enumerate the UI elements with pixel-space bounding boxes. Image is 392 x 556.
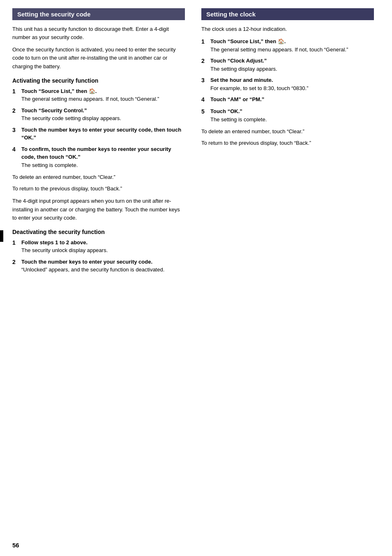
left-intro-1: This unit has a security function to dis…	[12, 25, 185, 42]
deactivating-title: Deactivating the security function	[12, 229, 185, 235]
left-section-header: Setting the security code	[12, 8, 185, 20]
step-3-title: Touch the number keys to enter your secu…	[21, 127, 181, 141]
clock-step-2-content: Touch “Clock Adjust.” The setting displa…	[210, 57, 374, 73]
deact-step-2-num: 2	[12, 258, 21, 274]
note-clear: To delete an entered number, touch “Clea…	[12, 173, 185, 181]
right-note-back: To return to the previous display, touch…	[201, 139, 374, 147]
clock-steps: 1 Touch “Source List,” then 🏠. The gener…	[201, 37, 374, 123]
clock-step-1-content: Touch “Source List,” then 🏠. The general…	[210, 37, 374, 53]
page: Setting the security code This unit has …	[0, 0, 392, 556]
step-2-title: Touch “Security Control.”	[21, 107, 87, 114]
deact-step-2-desc: “Unlocked” appears, and the security fun…	[21, 266, 185, 274]
deact-step-2-title: Touch the number keys to enter your secu…	[21, 259, 152, 265]
page-number: 56	[12, 542, 19, 549]
note-back: To return to the previous display, touch…	[12, 185, 185, 193]
clock-step-5-desc: The setting is complete.	[210, 116, 374, 124]
step-1-content: Touch “Source List,” then 🏠. The general…	[21, 87, 185, 103]
clock-step-1: 1 Touch “Source List,” then 🏠. The gener…	[201, 37, 374, 53]
col-right: Setting the clock The clock uses a 12-ho…	[193, 8, 374, 540]
step-1: 1 Touch “Source List,” then 🏠. The gener…	[12, 87, 185, 103]
deact-step-1-content: Follow steps 1 to 2 above. The security …	[21, 239, 185, 255]
deactivating-steps: 1 Follow steps 1 to 2 above. The securit…	[12, 239, 185, 274]
deact-step-2-content: Touch the number keys to enter your secu…	[21, 258, 185, 274]
deact-step-2: 2 Touch the number keys to enter your se…	[12, 258, 185, 274]
clock-step-5-content: Touch “OK.” The setting is complete.	[210, 107, 374, 123]
clock-step-3: 3 Set the hour and minute. For example, …	[201, 76, 374, 92]
step-3-content: Touch the number keys to enter your secu…	[21, 126, 185, 142]
clock-step-2: 2 Touch “Clock Adjust.” The setting disp…	[201, 57, 374, 73]
clock-step-4: 4 Touch “AM” or “PM.”	[201, 95, 374, 104]
clock-step-1-num: 1	[201, 37, 210, 53]
col-left: Setting the security code This unit has …	[12, 8, 193, 540]
clock-step-4-title: Touch “AM” or “PM.”	[210, 96, 264, 102]
clock-step-3-num: 3	[201, 76, 210, 92]
black-bar	[0, 230, 3, 242]
step-2-content: Touch “Security Control.” The security c…	[21, 107, 185, 123]
clock-step-4-num: 4	[201, 95, 210, 104]
clock-step-2-desc: The setting display appears.	[210, 65, 374, 73]
step-1-num: 1	[12, 87, 21, 103]
step-2-num: 2	[12, 107, 21, 123]
step-4-title: To confirm, touch the number keys to ree…	[21, 146, 171, 160]
step-4-num: 4	[12, 145, 21, 169]
right-section-header: Setting the clock	[201, 8, 374, 20]
deact-step-1-num: 1	[12, 239, 21, 255]
deact-step-1-title: Follow steps 1 to 2 above.	[21, 239, 88, 246]
clock-step-5-title: Touch “OK.”	[210, 108, 242, 114]
right-intro: The clock uses a 12-hour indication.	[201, 25, 374, 33]
step-1-title: Touch “Source List,” then 🏠.	[21, 88, 97, 94]
deact-step-1: 1 Follow steps 1 to 2 above. The securit…	[12, 239, 185, 255]
extra-note: The 4-digit input prompt appears when yo…	[12, 197, 185, 222]
step-4-content: To confirm, touch the number keys to ree…	[21, 145, 185, 169]
clock-step-3-desc: For example, to set to 8:30, touch “0830…	[210, 84, 374, 93]
clock-step-1-title: Touch “Source List,” then 🏠.	[210, 38, 286, 44]
step-3-num: 3	[12, 126, 21, 142]
clock-step-5: 5 Touch “OK.” The setting is complete.	[201, 107, 374, 123]
clock-step-3-content: Set the hour and minute. For example, to…	[210, 76, 374, 92]
columns: Setting the security code This unit has …	[12, 8, 380, 540]
clock-step-3-title: Set the hour and minute.	[210, 77, 273, 83]
right-note-clear: To delete an entered number, touch “Clea…	[201, 127, 374, 136]
activating-steps: 1 Touch “Source List,” then 🏠. The gener…	[12, 87, 185, 169]
activating-title: Activating the security function	[12, 77, 185, 84]
step-4: 4 To confirm, touch the number keys to r…	[12, 145, 185, 169]
step-2-desc: The security code setting display appear…	[21, 114, 185, 123]
step-2: 2 Touch “Security Control.” The security…	[12, 107, 185, 123]
step-1-desc: The general setting menu appears. If not…	[21, 95, 185, 103]
clock-step-2-title: Touch “Clock Adjust.”	[210, 58, 267, 64]
step-4-desc: The setting is complete.	[21, 161, 185, 169]
clock-step-2-num: 2	[201, 57, 210, 73]
clock-step-5-num: 5	[201, 107, 210, 123]
clock-step-4-content: Touch “AM” or “PM.”	[210, 95, 374, 104]
left-intro-2: Once the security function is activated,…	[12, 46, 185, 70]
clock-step-1-desc: The general setting menu appears. If not…	[210, 46, 374, 54]
deact-step-1-desc: The security unlock display appears.	[21, 246, 185, 255]
step-3: 3 Touch the number keys to enter your se…	[12, 126, 185, 142]
